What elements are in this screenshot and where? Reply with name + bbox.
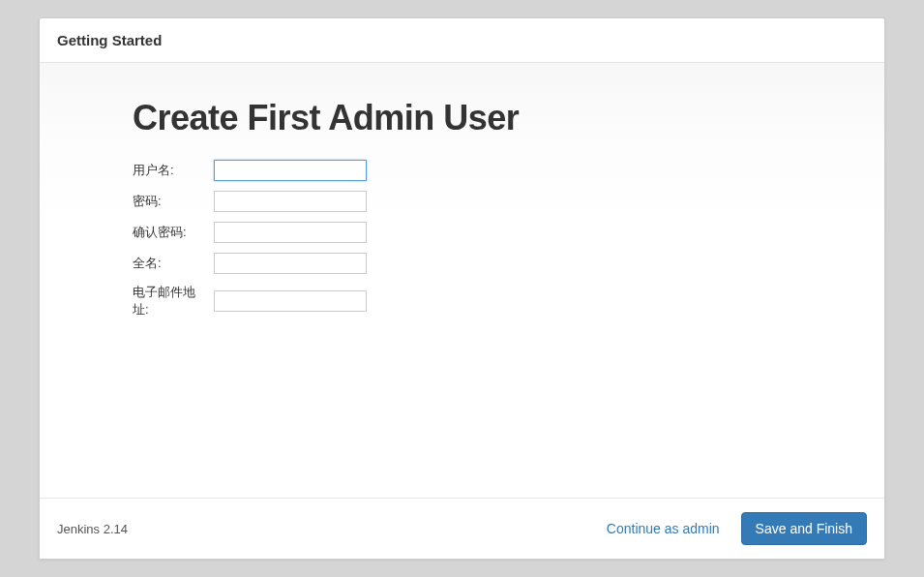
modal-footer: Jenkins 2.14 Continue as admin Save and …: [40, 498, 884, 559]
username-input[interactable]: [214, 160, 367, 181]
confirm-password-label: 确认密码:: [133, 224, 214, 241]
form-row-username: 用户名:: [133, 160, 791, 181]
form-row-password: 密码:: [133, 191, 791, 212]
version-text: Jenkins 2.14: [57, 522, 593, 536]
confirm-password-input[interactable]: [214, 222, 367, 243]
modal-header: Getting Started: [40, 18, 884, 63]
username-label: 用户名:: [133, 162, 214, 179]
form-row-fullname: 全名:: [133, 253, 791, 274]
fullname-label: 全名:: [133, 255, 214, 272]
password-label: 密码:: [133, 193, 214, 210]
email-input[interactable]: [214, 290, 367, 312]
page-title: Create First Admin User: [133, 98, 791, 138]
password-input[interactable]: [214, 191, 367, 212]
form-row-email: 电子邮件地址:: [133, 284, 791, 319]
modal-title: Getting Started: [57, 32, 867, 48]
fullname-input[interactable]: [214, 253, 367, 274]
modal-body: Create First Admin User 用户名: 密码: 确认密码: 全…: [40, 63, 884, 498]
save-and-finish-button[interactable]: Save and Finish: [741, 512, 867, 545]
form-row-confirm-password: 确认密码:: [133, 222, 791, 243]
setup-wizard-modal: Getting Started Create First Admin User …: [39, 17, 885, 560]
email-label: 电子邮件地址:: [133, 284, 214, 319]
continue-as-admin-button[interactable]: Continue as admin: [593, 513, 733, 544]
